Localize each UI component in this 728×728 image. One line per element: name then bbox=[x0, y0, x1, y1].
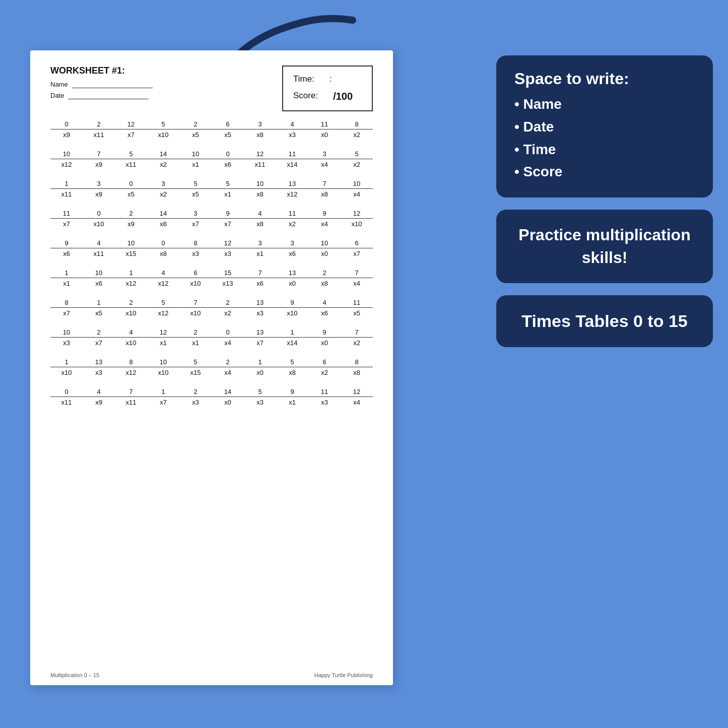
math-problem: 0x8 bbox=[147, 238, 179, 259]
math-problem: 4x11 bbox=[83, 238, 115, 259]
math-problem: 5x11 bbox=[115, 149, 147, 170]
math-problem: 9x6 bbox=[50, 238, 83, 259]
math-problem: 5x8 bbox=[276, 357, 308, 378]
math-problem: 10x1 bbox=[179, 149, 212, 170]
math-problem: 0x6 bbox=[212, 149, 244, 170]
math-problem: 8x3 bbox=[179, 238, 212, 259]
practice-panel: Practice multiplication skills! bbox=[496, 210, 713, 283]
worksheet-name-date: Name Date bbox=[50, 80, 153, 99]
math-problem: 12x1 bbox=[147, 327, 179, 348]
math-problem: 12x4 bbox=[341, 387, 373, 408]
math-problem: 7x6 bbox=[244, 268, 276, 289]
math-problem: 10x15 bbox=[115, 238, 147, 259]
date-label: Date bbox=[50, 92, 64, 99]
times-tables-panel: Times Tables 0 to 15 bbox=[496, 295, 713, 348]
math-problem: 8x7 bbox=[50, 298, 83, 318]
math-problem: 13x3 bbox=[83, 357, 115, 378]
math-problem: 5x12 bbox=[147, 298, 179, 318]
math-problem: 5x1 bbox=[212, 179, 244, 200]
math-problem: 4x3 bbox=[276, 119, 308, 140]
math-problem: 1x7 bbox=[147, 387, 179, 408]
math-problem: 7x8 bbox=[308, 179, 341, 200]
math-problem: 2x2 bbox=[212, 298, 244, 318]
math-problem: 11x2 bbox=[276, 209, 308, 229]
math-problem: 5x2 bbox=[341, 149, 373, 170]
math-problem: 15x13 bbox=[212, 268, 244, 289]
math-problem: 3x9 bbox=[83, 179, 115, 200]
math-problem: 1x11 bbox=[50, 179, 83, 200]
worksheet-footer: Multiplication 0 – 15 Happy Turtle Publi… bbox=[50, 672, 373, 678]
math-problem: 8x2 bbox=[341, 119, 373, 140]
math-problem: 2x4 bbox=[212, 357, 244, 378]
math-problem: 3x1 bbox=[244, 238, 276, 259]
math-problem: 2x9 bbox=[115, 209, 147, 229]
math-problem: 2x5 bbox=[179, 119, 212, 140]
space-to-write-item: Name bbox=[514, 93, 695, 116]
name-line bbox=[72, 80, 153, 88]
worksheet-title: WORKSHEET #1: bbox=[50, 65, 153, 76]
math-problem: 12x10 bbox=[341, 209, 373, 229]
math-problem: 3x2 bbox=[147, 179, 179, 200]
footer-right: Happy Turtle Publishing bbox=[314, 672, 373, 678]
name-label: Name bbox=[50, 81, 68, 88]
math-problem: 3x4 bbox=[308, 149, 341, 170]
math-problem: 3x6 bbox=[276, 238, 308, 259]
math-problem: 1x12 bbox=[115, 268, 147, 289]
math-problem: 10x8 bbox=[244, 179, 276, 200]
space-to-write-item: Date bbox=[514, 116, 695, 139]
math-problem: 11x7 bbox=[50, 209, 83, 229]
math-problem: 1x14 bbox=[276, 327, 308, 348]
math-problem: 11x14 bbox=[276, 149, 308, 170]
math-problem: 7x10 bbox=[179, 298, 212, 318]
math-problem: 10x3 bbox=[50, 327, 83, 348]
math-problem: 6x7 bbox=[341, 238, 373, 259]
math-problem: 12x7 bbox=[115, 119, 147, 140]
math-problem: 14x8 bbox=[147, 209, 179, 229]
space-to-write-item: Score bbox=[514, 161, 695, 183]
practice-text: Practice multiplication skills! bbox=[518, 226, 690, 267]
math-problem: 7x2 bbox=[341, 327, 373, 348]
math-problem: 1x1 bbox=[50, 268, 83, 289]
math-problem: 14x0 bbox=[212, 387, 244, 408]
math-problem: 10x0 bbox=[308, 238, 341, 259]
math-problem: 13x12 bbox=[276, 179, 308, 200]
math-problem: 5x15 bbox=[179, 357, 212, 378]
date-line bbox=[68, 91, 149, 99]
math-problem: 1x0 bbox=[244, 357, 276, 378]
math-problem: 4x9 bbox=[83, 387, 115, 408]
math-problem: 1x10 bbox=[50, 357, 83, 378]
times-tables-text: Times Tables 0 to 15 bbox=[521, 311, 687, 330]
math-problem: 11x0 bbox=[308, 119, 341, 140]
math-problem: 12x11 bbox=[244, 149, 276, 170]
math-problem: 10x12 bbox=[50, 149, 83, 170]
right-panels: Space to write: NameDateTimeScore Practi… bbox=[496, 55, 713, 347]
math-problem: 2x7 bbox=[83, 327, 115, 348]
score-label: Score: bbox=[293, 88, 318, 104]
math-problem: 5x10 bbox=[147, 119, 179, 140]
math-problem: 13x3 bbox=[244, 298, 276, 318]
math-problem: 11x3 bbox=[308, 387, 341, 408]
math-problem: 5x5 bbox=[179, 179, 212, 200]
space-to-write-item: Time bbox=[514, 139, 695, 161]
math-problem: 0x11 bbox=[50, 387, 83, 408]
math-problem: 8x12 bbox=[115, 357, 147, 378]
math-problem: 6x2 bbox=[308, 357, 341, 378]
math-problem: 14x2 bbox=[147, 149, 179, 170]
math-problem: 6x5 bbox=[212, 119, 244, 140]
time-score-box: Time: : Score: /100 bbox=[282, 65, 373, 111]
math-problem: 0x10 bbox=[83, 209, 115, 229]
math-problem: 13x7 bbox=[244, 327, 276, 348]
math-problem: 2x1 bbox=[179, 327, 212, 348]
math-problem: 2x3 bbox=[179, 387, 212, 408]
space-to-write-list: NameDateTimeScore bbox=[514, 93, 695, 183]
math-problem: 3x8 bbox=[244, 119, 276, 140]
math-problem: 10x4 bbox=[341, 179, 373, 200]
math-grid: 0x92x1112x75x102x56x53x84x311x08x210x127… bbox=[50, 119, 373, 408]
math-problem: 7x11 bbox=[115, 387, 147, 408]
math-problem: 9x4 bbox=[308, 209, 341, 229]
math-problem: 0x9 bbox=[50, 119, 83, 140]
math-problem: 4x12 bbox=[147, 268, 179, 289]
footer-left: Multiplication 0 – 15 bbox=[50, 672, 99, 678]
time-colon: : bbox=[329, 72, 332, 87]
math-problem: 6x10 bbox=[179, 268, 212, 289]
